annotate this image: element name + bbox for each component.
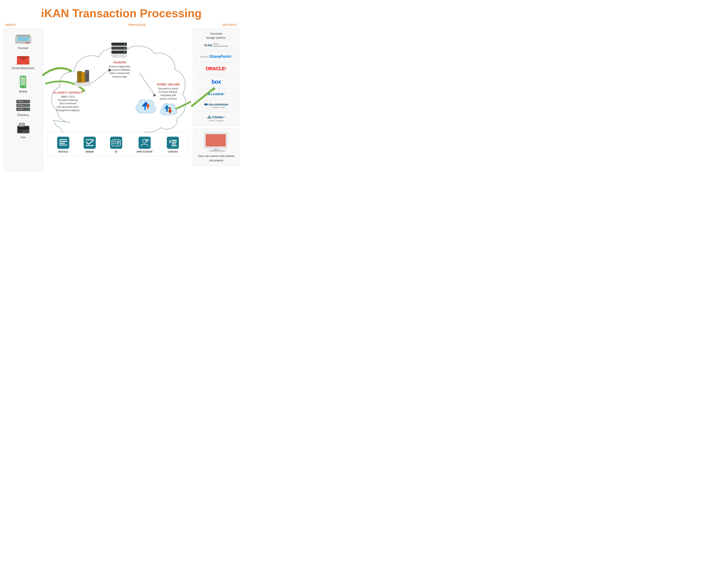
- svg-point-5: [26, 42, 27, 43]
- scanner-icon: [14, 33, 32, 45]
- brand-livelink: Livelink®: [195, 91, 237, 97]
- retrieval-text: User can search and retrieve documents: [195, 154, 237, 162]
- email-item: Email Attachment: [12, 55, 34, 70]
- svg-point-94: [206, 103, 208, 105]
- id-label: ID: [115, 150, 117, 153]
- svg-rect-89: [172, 140, 177, 141]
- id-icon: [110, 137, 122, 149]
- mobile-icon: [19, 75, 27, 88]
- svg-rect-11: [21, 77, 26, 85]
- svg-rect-29: [23, 130, 28, 131]
- svg-point-12: [23, 86, 24, 87]
- svg-rect-86: [145, 141, 148, 141]
- svg-rect-72: [59, 143, 65, 144]
- output-header: OUTPUT: [223, 23, 237, 26]
- invoice-item: INVOICE: [57, 137, 69, 153]
- storage-title: Documentstorage systems:: [195, 32, 237, 40]
- svg-rect-25: [18, 109, 24, 110]
- brand-box: box: [195, 77, 237, 86]
- application-label: APPLICATION: [137, 150, 153, 153]
- store-label: STORE / DELIVER Document is stored for f…: [151, 83, 185, 100]
- svg-rect-82: [117, 144, 119, 144]
- svg-rect-33: [20, 124, 24, 125]
- svg-rect-3: [16, 35, 30, 37]
- order-label: ORDER: [85, 150, 94, 153]
- process-header: PROCESS: [129, 23, 146, 26]
- svg-rect-83: [139, 137, 151, 149]
- classify-title: CLASSIFY / EXTRACT: [49, 91, 87, 94]
- svg-rect-24: [18, 105, 24, 106]
- svg-rect-27: [18, 127, 28, 130]
- classify-desc: ABBYY OCR Document Indexing (text is ext…: [49, 95, 87, 112]
- server-stack-icon: [109, 40, 129, 59]
- svg-rect-32: [20, 124, 24, 124]
- checks-item: $ CHECKS: [167, 137, 179, 153]
- output-panel: Documentstorage systems: i KAN VirtualDo…: [193, 28, 239, 166]
- svg-point-58: [124, 47, 125, 49]
- svg-rect-71: [59, 141, 67, 142]
- scanner-label: Scanner: [18, 46, 28, 50]
- svg-point-19: [27, 105, 28, 106]
- brand-oracle: ORACLE®: [195, 65, 237, 73]
- directory-item: Directory: [15, 99, 31, 117]
- mobile-label: Mobile: [19, 90, 27, 93]
- svg-rect-45: [78, 72, 79, 82]
- svg-rect-91: [172, 143, 176, 144]
- svg-point-17: [27, 101, 28, 102]
- retrieval-box: User can search and retrieve documents: [193, 128, 239, 166]
- svg-rect-87: [167, 137, 179, 149]
- order-icon: [84, 137, 96, 149]
- svg-point-20: [26, 105, 27, 106]
- input-panel: Scanner Email Attachment Mobile: [3, 28, 43, 172]
- scanner-item: Scanner: [14, 33, 32, 50]
- directory-label: Directory: [17, 113, 29, 117]
- svg-rect-92: [172, 145, 177, 146]
- classify-label: CLASSIFY / EXTRACT ABBYY OCR Document In…: [49, 91, 87, 112]
- svg-rect-69: [57, 137, 69, 149]
- brand-filenet: FileNet® An IBM® Company: [195, 114, 237, 123]
- cloud-container: CLASSIFY / EXTRACT ABBYY OCR Document In…: [45, 28, 191, 156]
- title-prefix: i: [41, 7, 44, 20]
- svg-rect-1: [17, 37, 29, 41]
- svg-rect-101: [212, 150, 219, 151]
- svg-point-52: [111, 54, 119, 57]
- storage-systems-box: Documentstorage systems: i KAN VirtualDo…: [193, 28, 239, 126]
- brand-ikan: i KAN VirtualDocument Center: [195, 42, 237, 49]
- input-header: INPUT: [6, 23, 16, 26]
- svg-rect-48: [85, 71, 86, 81]
- email-icon: [17, 55, 30, 65]
- svg-rect-76: [86, 145, 94, 146]
- svg-point-22: [26, 109, 27, 110]
- books-icon: [73, 67, 93, 88]
- svg-rect-75: [86, 139, 94, 140]
- title-suffix: KAN Transaction Processing: [44, 7, 202, 20]
- fax-icon: [16, 122, 30, 134]
- brand-sharepoint: Microsoft® SharePoint®: [195, 53, 237, 60]
- order-item: ORDER: [84, 137, 96, 153]
- main-layout: Scanner Email Attachment Mobile: [0, 28, 243, 172]
- svg-rect-81: [117, 142, 120, 143]
- id-item: ID: [110, 137, 122, 153]
- brand-documentum: documentum a division of EMC: [195, 102, 237, 109]
- doc-types-panel: INVOICE ORDER: [47, 132, 189, 156]
- monitor-icon: [202, 132, 231, 152]
- svg-point-59: [124, 51, 125, 53]
- svg-marker-95: [208, 116, 211, 118]
- store-title: STORE / DELIVER: [151, 83, 185, 86]
- svg-point-18: [26, 101, 27, 102]
- svg-point-21: [27, 109, 28, 110]
- svg-rect-28: [18, 130, 22, 132]
- svg-rect-99: [206, 134, 226, 147]
- svg-rect-80: [117, 141, 120, 142]
- fax-item: Fax: [16, 122, 30, 139]
- svg-rect-30: [23, 132, 28, 132]
- svg-rect-50: [86, 73, 88, 73]
- svg-rect-23: [18, 101, 24, 102]
- store-desc: Document is stored for future retrieval,…: [151, 87, 185, 100]
- application-item: APPLICATION: [137, 137, 153, 153]
- email-label: Email Attachment: [12, 66, 34, 70]
- validate-desc: Business Application Document Validation…: [101, 65, 138, 78]
- mobile-item: Mobile: [19, 75, 27, 93]
- svg-rect-90: [172, 142, 177, 143]
- svg-rect-13: [22, 76, 24, 76]
